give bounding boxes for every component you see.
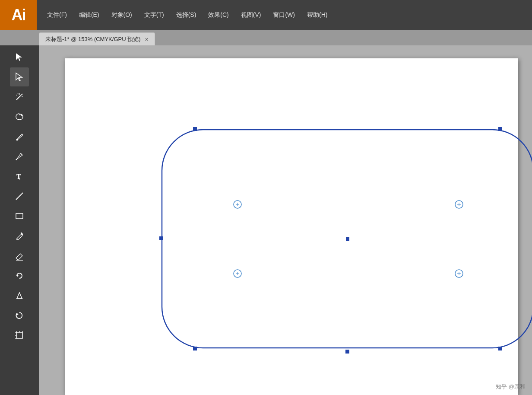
menu-items: 文件(F) 编辑(E) 对象(O) 文字(T) 选择(S) 效果(C) 视图(V… [37,0,532,30]
svg-line-2 [16,96,21,100]
menu-view[interactable]: 视图(V) [235,0,267,30]
lasso-tool[interactable] [10,107,29,126]
artboard-tool[interactable] [10,326,29,345]
svg-rect-23 [16,332,22,338]
menu-text[interactable]: 文字(T) [138,0,170,30]
anchor-bottom-left [193,347,197,350]
svg-marker-1 [16,73,22,81]
document-tab[interactable]: 未标题-1* @ 153% (CMYK/GPU 预览) × [39,32,155,45]
anchor-top-left [193,127,197,131]
svg-marker-0 [16,53,22,61]
menu-select[interactable]: 选择(S) [170,0,203,30]
tabbar: 未标题-1* @ 153% (CMYK/GPU 预览) × [0,30,532,45]
svg-line-10 [19,114,21,115]
svg-line-13 [21,153,22,155]
rotate-tool[interactable] [10,266,29,285]
svg-line-18 [21,233,22,234]
eraser-tool[interactable] [10,246,29,265]
shape-svg [158,125,532,352]
svg-marker-20 [17,274,19,277]
menu-effect[interactable]: 效果(C) [202,0,234,30]
svg-marker-22 [16,313,19,315]
artboard [65,58,518,395]
center-point [346,237,349,241]
anchor-bottom-right [498,347,502,350]
svg-rect-21 [16,298,23,299]
svg-point-11 [16,139,18,141]
menubar: Ai 文件(F) 编辑(E) 对象(O) 文字(T) 选择(S) 效果(C) 视… [0,0,532,30]
svg-text:T: T [16,173,21,180]
selection-tool[interactable] [10,48,29,67]
shape-container[interactable] [158,125,532,352]
menu-file[interactable]: 文件(F) [41,0,73,30]
type-tool[interactable]: T [10,167,29,186]
line-tool[interactable] [10,187,29,206]
anchor-bottom [345,350,349,354]
menu-object[interactable]: 对象(O) [105,0,138,30]
main-area: T [0,45,532,395]
anchor-top-right [498,127,502,131]
pen-tool[interactable] [10,147,29,166]
menu-edit[interactable]: 编辑(E) [73,0,105,30]
paintbrush-tool[interactable] [10,127,29,146]
tab-close-button[interactable]: × [145,36,149,42]
direct-selection-tool[interactable] [10,67,29,86]
magic-wand-tool[interactable] [10,87,29,106]
svg-line-5 [21,94,22,95]
pencil-tool[interactable] [10,226,29,245]
fill-tool[interactable] [10,286,29,305]
anchor-left [159,236,163,240]
tab-title: 未标题-1* @ 153% (CMYK/GPU 预览) [45,35,141,43]
ai-logo: Ai [0,0,37,30]
toolbar: T [0,45,39,395]
undo-button[interactable] [10,306,29,325]
svg-line-7 [18,93,19,94]
svg-rect-17 [16,213,23,219]
menu-help[interactable]: 帮助(H) [301,0,333,30]
rectangle-tool[interactable] [10,207,29,226]
svg-point-12 [16,159,17,160]
canvas-area[interactable]: 知乎 @亲和 [39,45,532,395]
menu-window[interactable]: 窗口(W) [267,0,301,30]
svg-line-16 [16,193,23,200]
